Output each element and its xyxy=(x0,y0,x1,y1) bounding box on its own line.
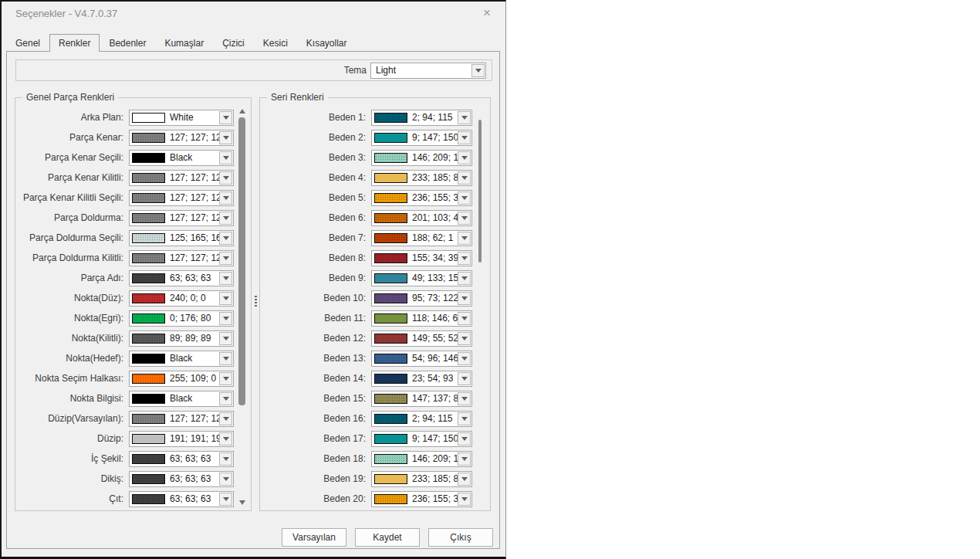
chevron-down-icon[interactable] xyxy=(458,191,471,205)
chevron-down-icon[interactable] xyxy=(458,272,471,285)
color-combobox[interactable]: 127; 127; 127 xyxy=(129,210,234,226)
chevron-down-icon[interactable] xyxy=(471,64,485,77)
chevron-down-icon[interactable] xyxy=(458,151,471,164)
color-combobox[interactable]: 118; 146; 60 xyxy=(371,310,472,327)
color-combobox[interactable]: 127; 127; 127 xyxy=(129,250,234,266)
color-combobox[interactable]: 63; 63; 63 xyxy=(129,451,234,467)
color-combobox[interactable]: 155; 34; 39 xyxy=(371,250,472,266)
color-combobox[interactable]: 233; 185; 84 xyxy=(371,170,472,186)
color-combobox[interactable]: 147; 137; 83 xyxy=(371,391,472,407)
chevron-down-icon[interactable] xyxy=(458,352,471,365)
chevron-down-icon[interactable] xyxy=(219,272,232,285)
color-combobox[interactable]: 63; 63; 63 xyxy=(129,471,234,487)
chevron-down-icon[interactable] xyxy=(219,151,232,164)
chevron-down-icon[interactable] xyxy=(458,493,471,506)
chevron-down-icon[interactable] xyxy=(458,432,471,446)
color-combobox[interactable]: 125; 165; 165;... xyxy=(129,230,234,246)
color-row-label: Düzip(Varsayılan): xyxy=(48,413,123,424)
color-combobox[interactable]: White xyxy=(129,110,234,126)
tab[interactable]: Kesici xyxy=(254,34,297,51)
color-combobox[interactable]: 146; 209; 188 xyxy=(371,150,472,166)
color-combobox[interactable]: 0; 176; 80 xyxy=(129,310,234,327)
chevron-down-icon[interactable] xyxy=(458,292,471,305)
footer-button[interactable]: Çıkış xyxy=(428,528,493,547)
chevron-down-icon[interactable] xyxy=(219,432,232,446)
general-scrollbar[interactable] xyxy=(237,107,247,507)
chevron-down-icon[interactable] xyxy=(458,111,471,124)
chevron-down-icon[interactable] xyxy=(219,412,232,425)
footer-button[interactable]: Kaydet xyxy=(355,528,420,547)
color-combobox[interactable]: 146; 209; 188 xyxy=(371,451,472,467)
scroll-up-icon[interactable] xyxy=(237,107,247,116)
scroll-down-icon[interactable] xyxy=(237,498,247,507)
color-combobox[interactable]: 233; 185; 84 xyxy=(371,471,472,487)
chevron-down-icon[interactable] xyxy=(219,232,232,245)
chevron-down-icon[interactable] xyxy=(219,332,232,345)
color-combobox[interactable]: Black xyxy=(129,150,234,166)
chevron-down-icon[interactable] xyxy=(458,372,471,385)
color-combobox[interactable]: 54; 96; 146 xyxy=(371,351,472,367)
tab[interactable]: Genel xyxy=(6,34,49,51)
color-combobox[interactable]: 127; 127; 127 xyxy=(129,130,234,146)
color-combobox[interactable]: 63; 63; 63 xyxy=(129,491,234,507)
color-combobox[interactable]: 201; 103; 4 xyxy=(371,210,472,226)
color-combobox[interactable]: 240; 0; 0 xyxy=(129,290,234,307)
color-combobox[interactable]: 9; 147; 150 xyxy=(371,130,472,146)
chevron-down-icon[interactable] xyxy=(458,412,471,425)
chevron-down-icon[interactable] xyxy=(458,452,471,466)
chevron-down-icon[interactable] xyxy=(219,473,232,486)
tab[interactable]: Kısayollar xyxy=(297,34,357,51)
chevron-down-icon[interactable] xyxy=(219,171,232,185)
chevron-down-icon[interactable] xyxy=(458,212,471,225)
tab[interactable]: Çizici xyxy=(213,34,254,51)
theme-combobox[interactable]: Light xyxy=(370,63,486,79)
chevron-down-icon[interactable] xyxy=(458,392,471,405)
color-combobox[interactable]: 2; 94; 115 xyxy=(371,411,472,427)
chevron-down-icon[interactable] xyxy=(219,111,232,124)
chevron-down-icon[interactable] xyxy=(458,473,471,486)
tab[interactable]: Kumaşlar xyxy=(155,34,213,51)
color-combobox[interactable]: 63; 63; 63 xyxy=(129,270,234,286)
tab[interactable]: Bedenler xyxy=(100,34,155,51)
chevron-down-icon[interactable] xyxy=(219,352,232,365)
color-combobox[interactable]: 149; 55; 52 xyxy=(371,330,472,347)
color-combobox[interactable]: 95; 73; 122 xyxy=(371,290,472,307)
color-combobox[interactable]: Black xyxy=(129,351,234,367)
color-combobox[interactable]: 191; 191; 191 xyxy=(129,431,234,447)
chevron-down-icon[interactable] xyxy=(219,312,232,325)
chevron-down-icon[interactable] xyxy=(219,292,232,305)
footer-button[interactable]: Varsayılan xyxy=(282,528,346,547)
color-combobox[interactable]: 255; 109; 0 xyxy=(129,371,234,387)
chevron-down-icon[interactable] xyxy=(219,392,232,405)
color-combobox[interactable]: 236; 155; 3 xyxy=(371,190,472,206)
color-combobox[interactable]: 9; 147; 150 xyxy=(371,431,472,447)
panel-splitter-grip[interactable] xyxy=(253,293,258,310)
tab[interactable]: Renkler xyxy=(49,34,100,52)
chevron-down-icon[interactable] xyxy=(219,372,232,385)
scrollbar-thumb[interactable] xyxy=(238,117,245,405)
color-combobox[interactable]: 49; 133; 155 xyxy=(371,270,472,286)
color-combobox[interactable]: 2; 94; 115 xyxy=(371,110,472,126)
chevron-down-icon[interactable] xyxy=(458,131,471,144)
color-combobox[interactable]: 23; 54; 93 xyxy=(371,371,472,387)
color-combobox[interactable]: Black xyxy=(129,391,234,407)
series-scrollbar-thumb[interactable] xyxy=(478,120,482,263)
color-combobox[interactable]: 127; 127; 127 xyxy=(129,190,234,206)
color-combobox[interactable]: 188; 62; 1 xyxy=(371,230,472,246)
color-combobox[interactable]: 127; 127; 127 xyxy=(129,170,234,186)
chevron-down-icon[interactable] xyxy=(458,332,471,345)
chevron-down-icon[interactable] xyxy=(219,252,232,265)
chevron-down-icon[interactable] xyxy=(458,232,471,245)
chevron-down-icon[interactable] xyxy=(458,171,471,185)
color-combobox[interactable]: 89; 89; 89 xyxy=(129,330,234,347)
chevron-down-icon[interactable] xyxy=(219,212,232,225)
chevron-down-icon[interactable] xyxy=(458,312,471,325)
close-icon[interactable]: × xyxy=(479,5,495,21)
chevron-down-icon[interactable] xyxy=(219,452,232,466)
color-combobox[interactable]: 127; 127; 127 xyxy=(129,411,234,427)
chevron-down-icon[interactable] xyxy=(219,191,232,205)
chevron-down-icon[interactable] xyxy=(458,252,471,265)
color-combobox[interactable]: 236; 155; 3 xyxy=(371,491,472,507)
chevron-down-icon[interactable] xyxy=(219,493,232,506)
chevron-down-icon[interactable] xyxy=(219,131,232,144)
